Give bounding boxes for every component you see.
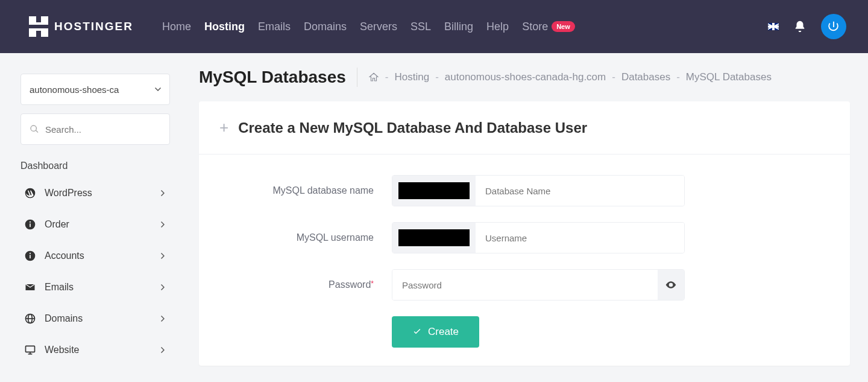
input-group-db-name — [392, 175, 685, 206]
breadcrumb-hosting[interactable]: Hosting — [394, 71, 429, 83]
power-icon — [827, 20, 840, 33]
bell-icon[interactable] — [793, 20, 807, 33]
label-password-text: Password — [329, 279, 371, 290]
search-input[interactable] — [45, 124, 161, 135]
svg-rect-5 — [30, 255, 31, 258]
input-group-password — [392, 269, 685, 301]
sidebar-search[interactable] — [20, 113, 170, 145]
nav-help[interactable]: Help — [486, 21, 509, 33]
sidebar-item-label: Accounts — [45, 250, 84, 261]
breadcrumb-sep: - — [435, 71, 439, 83]
submit-row: Create — [235, 316, 814, 348]
chevron-right-icon — [160, 345, 166, 355]
sidebar-item-label: Order — [45, 219, 69, 230]
sidebar: autonomous-shoes-ca Dashboard WordPress — [0, 53, 181, 366]
svg-rect-2 — [30, 223, 31, 227]
nav-ssl[interactable]: SSL — [410, 21, 431, 33]
uk-flag-icon[interactable] — [768, 23, 779, 30]
account-menu-button[interactable] — [821, 14, 846, 39]
new-badge: New — [552, 21, 575, 32]
monitor-icon — [24, 344, 36, 356]
svg-rect-10 — [26, 346, 35, 352]
label-db-name: MySQL database name — [235, 185, 392, 196]
eye-icon — [665, 279, 677, 291]
breadcrumb-sep: - — [612, 71, 615, 83]
label-password: Password* — [235, 279, 392, 290]
chevron-right-icon — [160, 250, 166, 261]
sidebar-item-wordpress[interactable]: WordPress — [20, 177, 170, 209]
nav-servers[interactable]: Servers — [360, 21, 397, 33]
site-selector-value: autonomous-shoes-ca — [30, 84, 119, 95]
sidebar-menu: WordPress Order Accounts — [20, 177, 170, 366]
required-mark: * — [371, 279, 374, 288]
card-heading: + Create a New MySQL Database And Databa… — [199, 101, 850, 154]
card-heading-text: Create a New MySQL Database And Database… — [238, 119, 587, 136]
home-icon[interactable] — [368, 72, 379, 83]
nav-store-label: Store — [522, 21, 548, 33]
breadcrumb-sep: - — [385, 71, 389, 83]
search-icon — [30, 124, 39, 134]
row-username: MySQL username — [235, 222, 814, 253]
header-right — [768, 14, 846, 39]
info-icon — [24, 250, 36, 262]
nav-emails[interactable]: Emails — [258, 21, 291, 33]
username-input[interactable] — [476, 223, 684, 253]
envelope-icon — [24, 281, 36, 293]
breadcrumb: - Hosting - autonomous-shoes-canada-hg.c… — [368, 71, 772, 83]
wordpress-icon — [24, 187, 36, 199]
sidebar-item-label: Website — [45, 345, 80, 355]
nav-billing[interactable]: Billing — [444, 21, 473, 33]
hostinger-logo-icon — [29, 16, 48, 37]
label-username: MySQL username — [235, 232, 392, 243]
page-header: MySQL Databases - Hosting - autonomous-s… — [199, 68, 850, 87]
main-content: MySQL Databases - Hosting - autonomous-s… — [181, 53, 868, 366]
dashboard-label: Dashboard — [20, 161, 170, 171]
site-selector[interactable]: autonomous-shoes-ca — [20, 74, 170, 105]
chevron-down-icon — [155, 84, 161, 95]
nav-store[interactable]: Store New — [522, 21, 575, 33]
sidebar-item-label: Emails — [45, 282, 74, 293]
nav-hosting[interactable]: Hosting — [204, 21, 245, 33]
input-group-username — [392, 222, 685, 253]
chevron-right-icon — [160, 219, 166, 230]
create-db-form: MySQL database name MySQL username — [199, 154, 850, 354]
password-input[interactable] — [392, 270, 658, 300]
svg-point-13 — [670, 284, 671, 285]
create-button[interactable]: Create — [392, 316, 479, 348]
brand-name: HOSTINGER — [54, 20, 133, 33]
check-icon — [412, 327, 422, 337]
chevron-right-icon — [160, 313, 166, 324]
page-title: MySQL Databases — [199, 68, 357, 87]
breadcrumb-current: MySQL Databases — [686, 71, 772, 83]
db-name-input[interactable] — [476, 176, 684, 206]
info-icon — [24, 218, 36, 231]
plus-icon: + — [219, 118, 228, 137]
breadcrumb-domain[interactable]: autonomous-shoes-canada-hg.com — [445, 71, 606, 83]
create-button-label: Create — [428, 326, 459, 338]
nav-home[interactable]: Home — [162, 21, 191, 33]
sidebar-item-order[interactable]: Order — [20, 209, 170, 240]
user-prefix-redacted — [392, 223, 476, 253]
primary-nav: Home Hosting Emails Domains Servers SSL … — [162, 21, 575, 33]
create-db-card: + Create a New MySQL Database And Databa… — [199, 101, 850, 366]
sidebar-item-label: WordPress — [45, 188, 92, 199]
chevron-right-icon — [160, 282, 166, 293]
breadcrumb-sep: - — [676, 71, 680, 83]
sidebar-item-domains[interactable]: Domains — [20, 303, 170, 334]
sidebar-item-website[interactable]: Website — [20, 334, 170, 366]
sidebar-item-accounts[interactable]: Accounts — [20, 240, 170, 272]
nav-domains[interactable]: Domains — [304, 21, 347, 33]
sidebar-item-label: Domains — [45, 313, 83, 324]
svg-point-3 — [30, 221, 31, 223]
globe-icon — [24, 313, 36, 325]
row-password: Password* — [235, 269, 814, 301]
chevron-right-icon — [160, 188, 166, 199]
toggle-password-visibility[interactable] — [658, 270, 684, 300]
db-prefix-redacted — [392, 176, 476, 206]
svg-point-6 — [30, 253, 31, 254]
brand-logo[interactable]: HOSTINGER — [29, 16, 133, 37]
breadcrumb-databases[interactable]: Databases — [621, 71, 670, 83]
top-nav: HOSTINGER Home Hosting Emails Domains Se… — [0, 0, 868, 53]
sidebar-item-emails[interactable]: Emails — [20, 272, 170, 303]
row-db-name: MySQL database name — [235, 175, 814, 206]
